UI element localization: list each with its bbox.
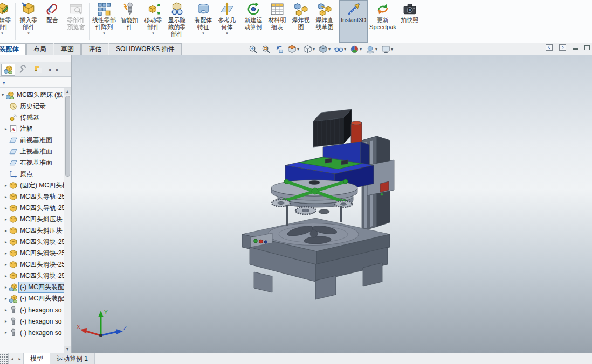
show-hidden-components-button[interactable]: 显示隐 藏的零 部件 xyxy=(165,0,189,43)
section-view-button[interactable] xyxy=(286,44,301,55)
tree-item[interactable]: 前视基准面 xyxy=(0,135,64,146)
panel-tab-scroll-left-icon[interactable] xyxy=(46,64,53,76)
smart-fasteners-icon xyxy=(122,2,136,16)
tab-solidworks-addins[interactable]: SOLIDWORKS 插件 xyxy=(109,43,182,55)
tree-item[interactable]: MC四头斜压块 4 xyxy=(0,225,64,236)
tree-item[interactable]: 历史记录 xyxy=(0,101,64,112)
flyout-arrow-icon[interactable] xyxy=(3,79,5,86)
property-manager-tab[interactable] xyxy=(16,64,30,76)
new-motion-study-button[interactable]: 新建运 动算例 xyxy=(242,0,265,43)
update-speedpak-button[interactable]: 更新 Speedpak xyxy=(368,0,398,43)
window-next-icon[interactable] xyxy=(559,44,566,51)
view-orientation-button[interactable] xyxy=(301,44,316,55)
tree-item[interactable]: 注解 xyxy=(0,123,64,135)
pane-split-icon[interactable] xyxy=(0,353,9,364)
reference-geometry-button[interactable]: 参考几 何体 xyxy=(215,0,239,43)
part-icon xyxy=(9,193,17,201)
tree-item[interactable]: MC四头滑块-25 xyxy=(0,259,64,270)
zoom-to-fit-button[interactable] xyxy=(247,44,259,55)
expand-arrow-icon[interactable] xyxy=(3,319,9,324)
tree-item[interactable]: (-) hexagon so xyxy=(0,316,64,327)
expand-arrow-icon[interactable] xyxy=(3,307,9,312)
expand-arrow-icon[interactable] xyxy=(3,262,9,267)
assembly-features-button[interactable]: 装配体 特征 xyxy=(191,0,215,43)
expand-arrow-icon[interactable] xyxy=(3,330,9,335)
previous-view-button[interactable] xyxy=(273,44,285,55)
expand-arrow-icon[interactable] xyxy=(3,217,9,222)
tab-layout[interactable]: 布局 xyxy=(26,43,53,55)
ribbon-separator xyxy=(338,3,338,40)
tree-item[interactable]: 右视基准面 xyxy=(0,157,64,169)
tab-scroll-left-icon[interactable] xyxy=(9,353,16,364)
tree-item[interactable]: MC四头导轨-25 xyxy=(0,191,64,202)
expand-arrow-icon[interactable] xyxy=(0,93,5,97)
expand-arrow-icon[interactable] xyxy=(3,251,9,256)
configuration-manager-tab[interactable] xyxy=(31,64,45,76)
tree-item[interactable]: (-) hexagon so xyxy=(0,304,64,316)
scroll-down-icon[interactable]: ▼ xyxy=(64,346,71,353)
main-area: MC四头磨床 (默认 历史记录 传感器 注解 前视基准面 上视基准面 右视基准面… xyxy=(0,55,592,353)
annotations-icon xyxy=(9,125,17,133)
tab-evaluate[interactable]: 评估 xyxy=(81,43,108,55)
tree-item[interactable]: (-) MC四头装配 xyxy=(0,293,64,304)
tree-item[interactable]: 上视基准面 xyxy=(0,146,64,157)
take-snapshot-button[interactable]: 拍快照 xyxy=(398,0,422,43)
tab-sketch[interactable]: 草图 xyxy=(54,43,81,55)
view-settings-button[interactable] xyxy=(380,44,395,55)
expand-arrow-icon[interactable] xyxy=(3,127,9,131)
tree-item[interactable]: 传感器 xyxy=(0,112,64,123)
tree-item[interactable]: MC四头滑块-25 xyxy=(0,236,64,248)
scrollbar-thumb[interactable] xyxy=(65,96,70,177)
graphics-area[interactable]: X Y Z xyxy=(72,55,592,353)
expand-arrow-icon[interactable] xyxy=(3,228,9,233)
expand-arrow-icon[interactable] xyxy=(3,274,9,278)
tree-item[interactable]: (-) hexagon so xyxy=(0,327,64,338)
3d-model[interactable] xyxy=(72,55,592,353)
insert-component-button[interactable]: 插入零 部件 xyxy=(17,0,40,43)
tree-item[interactable]: MC四头磨床 (默认 xyxy=(0,89,64,101)
explode-line-sketch-button[interactable]: 爆炸直 线草图 xyxy=(313,0,336,43)
tree-item[interactable]: MC四头滑块-25 xyxy=(0,270,64,282)
tree-item[interactable]: MC四头滑块-25 xyxy=(0,248,64,259)
window-minimize-icon[interactable] xyxy=(573,45,578,50)
hide-show-items-button[interactable] xyxy=(333,44,348,55)
linear-component-pattern-button[interactable]: 线性零部 件阵列 xyxy=(91,0,118,43)
tree-item[interactable]: 原点 xyxy=(0,169,64,180)
apply-scene-button[interactable] xyxy=(364,44,379,55)
tree-item[interactable]: MC四头导轨-25 xyxy=(0,202,64,214)
tree-item[interactable]: MC四头斜压块 4 xyxy=(0,214,64,225)
edit-component-button[interactable]: 编辑零 部件 xyxy=(0,0,14,43)
smart-fasteners-button[interactable]: 智能扣 件 xyxy=(118,0,141,43)
motion-study-tab[interactable]: 运动算例 1 xyxy=(50,353,95,364)
scroll-up-icon[interactable]: ▲ xyxy=(64,88,71,95)
tree-item-label: MC四头导轨-25 xyxy=(19,192,64,202)
zoom-to-area-button[interactable] xyxy=(260,44,272,55)
window-restore-icon[interactable] xyxy=(584,45,590,50)
mate-button[interactable]: 配合 xyxy=(40,0,64,43)
tab-assembly[interactable]: 装配体 xyxy=(0,43,26,55)
move-component-button[interactable]: 移动零 部件 xyxy=(141,0,165,43)
model-tab[interactable]: 模型 xyxy=(24,353,50,364)
edit-appearance-button[interactable] xyxy=(348,44,363,55)
plane-icon xyxy=(9,159,17,167)
exploded-view-button[interactable]: 爆炸视 图 xyxy=(289,0,313,43)
expand-arrow-icon[interactable] xyxy=(3,194,9,199)
tab-scroll-right-icon[interactable] xyxy=(16,353,24,364)
expand-arrow-icon[interactable] xyxy=(3,183,9,188)
feature-manager-tab[interactable] xyxy=(1,64,15,76)
tree-item-label: 历史记录 xyxy=(19,101,47,111)
expand-arrow-icon[interactable] xyxy=(3,206,9,211)
instant3d-button[interactable]: Instant3D xyxy=(339,0,368,43)
tree-item-selected[interactable]: (-) MC四头装配 xyxy=(0,282,64,293)
panel-tab-scroll-right-icon[interactable] xyxy=(54,64,60,76)
expand-arrow-icon[interactable] xyxy=(3,296,9,301)
ribbon-separator xyxy=(240,3,240,40)
expand-arrow-icon[interactable] xyxy=(3,285,9,290)
bill-of-materials-button[interactable]: 材料明 细表 xyxy=(265,0,289,43)
expand-arrow-icon[interactable] xyxy=(3,240,9,244)
display-style-button[interactable] xyxy=(317,44,332,55)
window-previous-icon[interactable] xyxy=(546,44,553,51)
tree-item[interactable]: (固定) MC四头机 xyxy=(0,180,64,191)
command-tabs: 装配体 布局 草图 评估 SOLIDWORKS 插件 xyxy=(0,43,182,55)
tree-scrollbar[interactable]: ▲ ▼ xyxy=(64,88,71,353)
